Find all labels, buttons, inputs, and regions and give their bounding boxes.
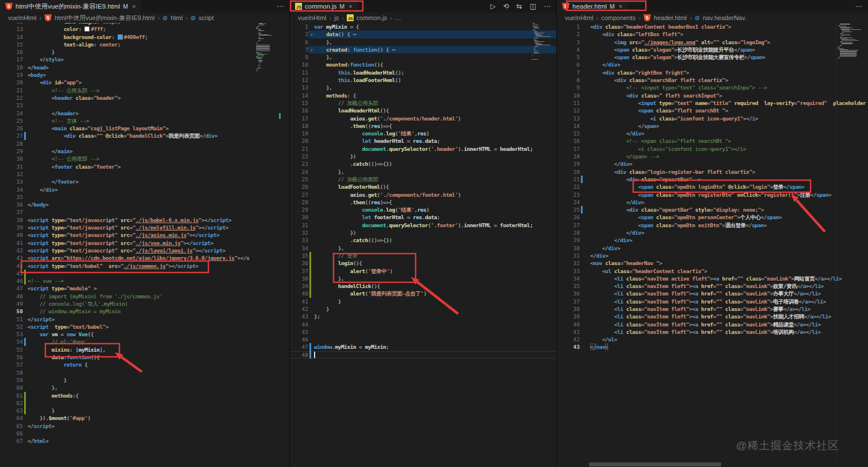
close-icon[interactable]: × bbox=[348, 3, 352, 10]
code-line-31[interactable]: 31 <footer class="footer"> bbox=[0, 163, 289, 170]
breadcrumb-item[interactable]: vueInHtml bbox=[8, 14, 37, 21]
sync-changes-icon[interactable]: ⇆ bbox=[517, 2, 522, 10]
horizontal-scrollbar[interactable] bbox=[589, 462, 721, 466]
code-line-48[interactable]: 48 // import {myMixin} from './js/common… bbox=[0, 293, 289, 300]
code-line-3[interactable]: 3 <img src="./images/logo.png" alt="" cl… bbox=[557, 38, 868, 46]
code-line-30[interactable]: 30 <!-- 公用底部 --> bbox=[0, 155, 289, 162]
code-line-55[interactable]: 55 mixins: [myMixin], bbox=[0, 346, 289, 353]
code-line-63[interactable]: 63 } bbox=[0, 407, 289, 414]
code-line-16[interactable]: 16 } bbox=[0, 48, 289, 56]
split-editor-icon[interactable]: ◫ bbox=[530, 2, 536, 10]
code-line-61[interactable]: 61 methods:{ bbox=[0, 392, 289, 399]
code-line-48[interactable]: 48 bbox=[290, 351, 556, 359]
code-line-11[interactable]: 11 this.loadHeaderHtml(); bbox=[290, 69, 556, 76]
breadcrumb-item[interactable]: vueInHtml bbox=[565, 14, 594, 21]
code-line-49[interactable]: 49 // console.log('导入',myMixin) bbox=[0, 300, 289, 308]
code-line-28[interactable]: 28 .then((res)=>{ bbox=[290, 199, 556, 206]
code-line-19[interactable]: 19 </div> bbox=[557, 160, 868, 168]
breadcrumb-item[interactable]: js bbox=[334, 14, 339, 21]
code-line-6[interactable]: 6 }, bbox=[290, 38, 556, 46]
code-line-14[interactable]: 14 </span> bbox=[557, 122, 868, 130]
code-line-52[interactable]: 52<script type="text/babel"> bbox=[0, 323, 289, 330]
timeline-icon[interactable]: ⟲ bbox=[503, 2, 509, 10]
run-button[interactable]: ▷ bbox=[490, 2, 495, 10]
code-line-11[interactable]: 11 <input type="text" name="title" requi… bbox=[557, 99, 868, 107]
code-line-25[interactable]: 25 <!-- 主体 --> bbox=[0, 117, 289, 124]
code-line-10[interactable]: 10 mounted:function(){ bbox=[290, 61, 556, 68]
code-line-62[interactable]: 62 bbox=[0, 399, 289, 407]
close-icon[interactable]: × bbox=[132, 3, 135, 10]
code-editor-right[interactable]: 1<div class="headerContent headerBox1 cl… bbox=[557, 23, 868, 467]
code-line-32[interactable]: 32<nav class="headerNav "> bbox=[557, 259, 868, 267]
breadcrumb-item[interactable]: header.html bbox=[654, 14, 687, 21]
code-line-2[interactable]: 2 <div class="leftBox fleft"> bbox=[557, 30, 868, 38]
code-line-34[interactable]: 34 </div> bbox=[0, 186, 289, 193]
code-line-26[interactable]: 26 <span class="opeBtn personCenter">个人中… bbox=[557, 213, 868, 221]
code-line-33[interactable]: 33 <ul class="headerContent clearfix"> bbox=[557, 267, 868, 275]
code-line-17[interactable]: 17 <i class="iconfont icon-query1"></i> bbox=[557, 145, 868, 153]
code-line-23[interactable]: 23 bbox=[0, 102, 289, 109]
tab-html中使用vue的mixin-兼容IE9.html[interactable]: 5html中使用vue的mixin-兼容IE9.htmlM× bbox=[0, 0, 141, 13]
code-line-29[interactable]: 29 </div> bbox=[557, 236, 868, 244]
code-line-47[interactable]: 47window.myMixin = myMixin; bbox=[290, 343, 556, 351]
code-line-10[interactable]: 10 <div class=" fleft searchInput"> bbox=[557, 92, 868, 99]
code-line-18[interactable]: 18 .then((res)=>{ bbox=[290, 122, 556, 130]
code-line-15[interactable]: 15 text-align: center; bbox=[0, 41, 289, 48]
breadcrumbs-middle[interactable]: vueInHtml›js›JScommon.js›… bbox=[290, 13, 556, 23]
code-line-41[interactable]: 41 <li class="navItem fleft"><a href="" … bbox=[557, 328, 868, 336]
code-line-56[interactable]: 56 data:function(){ bbox=[0, 353, 289, 361]
code-line-36[interactable]: 36</body> bbox=[0, 201, 289, 208]
breadcrumb-item[interactable]: nav.headerNav. bbox=[703, 14, 746, 21]
code-line-34[interactable]: 34 <li class="navItem active fleft"><a h… bbox=[557, 275, 868, 282]
code-line-46[interactable]: 46 bbox=[290, 336, 556, 343]
code-line-40[interactable]: 40<script type="text/javascript" src="./… bbox=[0, 231, 289, 239]
code-line-60[interactable]: 60 }, bbox=[0, 384, 289, 391]
code-editor-middle[interactable]: 1var myMixin = {2› data() { ⋯6 },7› crea… bbox=[290, 23, 556, 467]
code-line-42[interactable]: 42 } bbox=[290, 305, 556, 313]
code-line-32[interactable]: 32 bbox=[0, 170, 289, 178]
code-line-14[interactable]: 14 methods: { bbox=[290, 92, 556, 99]
code-line-24[interactable]: 24 </div> bbox=[557, 199, 868, 206]
code-editor-left[interactable]: 12 line-height: 600px;13 color: #fff;14 … bbox=[0, 23, 289, 467]
code-line-45[interactable]: 45 bbox=[290, 328, 556, 336]
code-line-17[interactable]: 17 axios.get('./components/header.html') bbox=[290, 115, 556, 122]
code-line-24[interactable]: 24 }, bbox=[290, 168, 556, 176]
code-line-35[interactable]: 35 <li class="navItem fleft"><a href="" … bbox=[557, 282, 868, 290]
code-line-37[interactable]: 37 alert('登录中') bbox=[290, 267, 556, 275]
code-line-4[interactable]: 4 <span class="slogan">长沙市职业技能提升平台</span… bbox=[557, 46, 868, 53]
code-line-36[interactable]: 36 login(){ bbox=[290, 259, 556, 267]
code-line-6[interactable]: 6 </div> bbox=[557, 61, 868, 68]
code-line-16[interactable]: 16 loadHeaderHtml(){ bbox=[290, 107, 556, 114]
code-line-22[interactable]: 22 <header class="header"> bbox=[0, 94, 289, 102]
code-line-1[interactable]: 1var myMixin = { bbox=[290, 23, 556, 30]
code-line-59[interactable]: 59 } bbox=[0, 376, 289, 384]
breadcrumbs-right[interactable]: vueInHtml›components›5header.html›⊘nav.h… bbox=[557, 13, 868, 23]
code-line-37[interactable]: 37 bbox=[0, 208, 289, 216]
code-line-7[interactable]: 7 <div class="rightBox fright"> bbox=[557, 69, 868, 76]
code-line-15[interactable]: 15 // 加载公用头部 bbox=[290, 99, 556, 107]
code-line-66[interactable]: 66 bbox=[0, 430, 289, 437]
code-line-13[interactable]: 13 <i class="iconfont icon-query1"></i> bbox=[557, 115, 868, 122]
code-line-21[interactable]: 21 document.querySelector('.header').inn… bbox=[290, 145, 556, 153]
code-line-32[interactable]: 32 }) bbox=[290, 229, 556, 236]
tab-common.js[interactable]: JScommon.jsM× bbox=[290, 0, 358, 13]
code-line-44[interactable]: 44<script type="text/babel" src="./js/co… bbox=[0, 262, 289, 270]
code-line-27[interactable]: 27 <div class="" @click="handelClick">我是… bbox=[0, 132, 289, 139]
code-line-26[interactable]: 26 <main class="csgj_listPage layoutMain… bbox=[0, 124, 289, 132]
code-line-38[interactable]: 38 }, bbox=[290, 275, 556, 282]
code-line-43[interactable]: 43</nav> bbox=[557, 343, 868, 351]
code-line-35[interactable]: 35 bbox=[0, 193, 289, 201]
code-line-14[interactable]: 14 background-color: #409eff; bbox=[0, 33, 289, 41]
code-line-53[interactable]: 53 var vm = new Vue({ bbox=[0, 330, 289, 338]
code-line-22[interactable]: 22 <span class="opeBtn loginBtn" @click=… bbox=[557, 183, 868, 190]
breadcrumb-item[interactable]: vueInHtml bbox=[298, 14, 327, 21]
code-line-19[interactable]: 19 console.log('结果',res) bbox=[290, 130, 556, 137]
code-line-17[interactable]: 17 </style> bbox=[0, 56, 289, 63]
code-line-26[interactable]: 26 loadFooterHeml(){ bbox=[290, 183, 556, 190]
code-line-58[interactable]: 58 bbox=[0, 369, 289, 376]
code-line-36[interactable]: 36 <li class="navItem fleft"><a href="" … bbox=[557, 290, 868, 297]
code-line-20[interactable]: 20 <div id="app"> bbox=[0, 79, 289, 86]
code-line-2[interactable]: 2› data() { ⋯ bbox=[290, 30, 556, 38]
code-line-46[interactable]: 46<!-- vue --> bbox=[0, 277, 289, 285]
code-line-40[interactable]: 40 alert('我是列表页面-点击了') bbox=[290, 290, 556, 297]
